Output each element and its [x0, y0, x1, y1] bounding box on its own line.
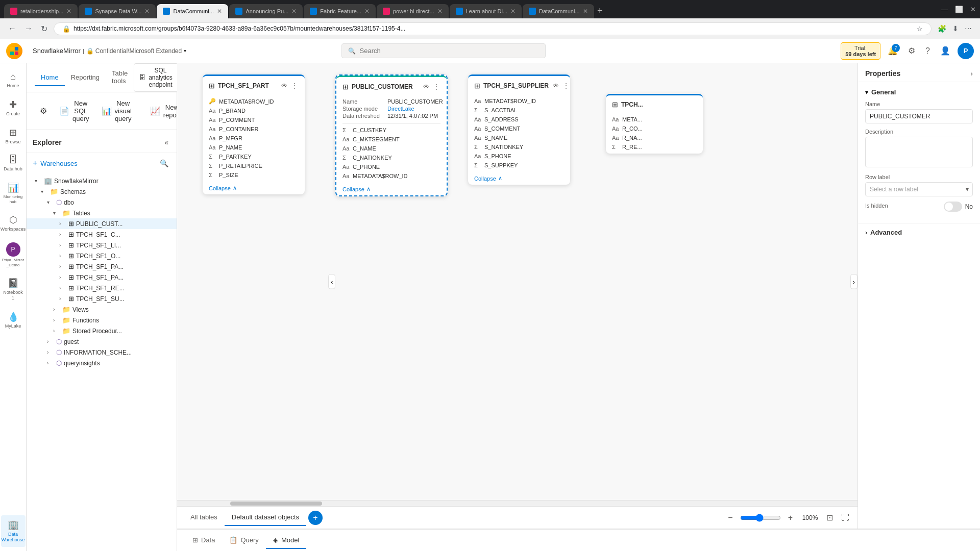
tree-item-guest[interactable]: › ⬡ guest — [27, 336, 177, 347]
user-avatar[interactable]: P — [958, 43, 974, 59]
tree-item-tables[interactable]: ▾ 📁 Tables — [27, 208, 177, 218]
tab-retailorders[interactable]: retailordersship... ✕ — [4, 4, 78, 18]
settings-button[interactable]: ⚙ — [905, 43, 918, 59]
sidebar-item-home[interactable]: ⌂ Home — [1, 67, 26, 93]
settings-button[interactable]: ⋯ — [963, 22, 974, 35]
explorer-collapse-button[interactable]: « — [162, 136, 170, 148]
tree-item-tpch-pa2[interactable]: › ⊞ TPCH_SF1_PA... — [27, 272, 177, 283]
zoom-slider[interactable] — [740, 514, 781, 522]
canvas-left-nav[interactable]: ‹ — [328, 274, 335, 289]
horizontal-scrollbar[interactable] — [177, 500, 857, 506]
ribbon-tab-reporting[interactable]: Reporting — [65, 69, 106, 86]
tree-item-tpch-li[interactable]: › ⊞ TPCH_SF1_LI... — [27, 240, 177, 251]
tab-powerbi[interactable]: power bi direct... ✕ — [377, 4, 449, 18]
sidebar-item-create[interactable]: ✚ Create — [1, 95, 26, 121]
sidebar-item-workspaces[interactable]: ⬡ Workspaces — [1, 210, 26, 236]
table-card-more-button[interactable]: ⋮ — [432, 82, 440, 91]
sidebar-item-data-hub[interactable]: 🗄 Data hub — [1, 151, 26, 176]
forward-button[interactable]: → — [22, 22, 35, 35]
table-card-preview-button[interactable]: 👁 — [422, 82, 430, 91]
app-workspace-selector[interactable]: SnowflakeMirror | 🔒 Confidential\Microso… — [29, 45, 190, 57]
sidebar-item-notebook[interactable]: 📓 Notebook 1 — [1, 273, 26, 305]
view-tab-model[interactable]: ◈ Model — [266, 532, 306, 549]
tab-close-icon[interactable]: ✕ — [217, 8, 222, 15]
properties-general-header[interactable]: ▾ General — [865, 88, 973, 96]
tab-close-icon[interactable]: ✕ — [437, 8, 443, 15]
close-button[interactable]: ✕ — [970, 6, 976, 13]
help-button[interactable]: ? — [922, 43, 933, 59]
search-input[interactable] — [360, 47, 539, 55]
tree-item-tpch-c[interactable]: › ⊞ TPCH_SF1_C... — [27, 229, 177, 240]
ribbon-tab-table-tools[interactable]: Table tools — [106, 65, 134, 90]
bottom-tab-all-tables[interactable]: All tables — [183, 509, 225, 526]
sidebar-item-data-warehouse[interactable]: 🏢 Data Warehouse — [1, 515, 26, 547]
back-button[interactable]: ← — [6, 22, 18, 35]
share-button[interactable]: 👤 — [937, 43, 953, 59]
maximize-button[interactable]: ⬜ — [955, 6, 963, 13]
canvas-right-nav[interactable]: › — [850, 274, 857, 289]
name-input[interactable] — [865, 109, 973, 123]
new-visual-query-button[interactable]: 📊 New visual query — [96, 96, 137, 126]
sidebar-item-mylake[interactable]: 💧 MyLake — [1, 307, 26, 333]
table-card-preview-button[interactable]: 👁 — [280, 81, 288, 90]
tree-item-tpch-su[interactable]: › ⊞ TPCH_SF1_SU... — [27, 293, 177, 304]
ribbon-tab-home[interactable]: Home — [35, 69, 65, 86]
tab-announcing[interactable]: Announcing Pu... ✕ — [229, 4, 303, 18]
sidebar-item-monitoring[interactable]: 📊 Monitoring hub — [1, 178, 26, 208]
table-collapse-tpch-part[interactable]: Collapse ∧ — [203, 182, 305, 194]
tab-synapse[interactable]: Synapse Data W... ✕ — [79, 4, 156, 18]
table-card-more-button[interactable]: ⋮ — [290, 81, 299, 90]
fullscreen-button[interactable]: ⛶ — [839, 511, 851, 524]
tab-close-icon[interactable]: ✕ — [364, 8, 370, 15]
tree-item-information-schema[interactable]: › ⬡ INFORMATION_SCHE... — [27, 347, 177, 358]
tab-close-icon[interactable]: ✕ — [144, 8, 150, 15]
sidebar-item-browse[interactable]: ⊞ Browse — [1, 123, 26, 149]
advanced-section-header[interactable]: › Advanced — [865, 229, 973, 236]
settings-ribbon-button[interactable]: ⚙ — [35, 103, 52, 119]
tree-item-tpch-o[interactable]: › ⊞ TPCH_SF1_O... — [27, 251, 177, 261]
tree-item-views[interactable]: › 📁 Views — [27, 304, 177, 315]
zoom-out-button[interactable]: − — [725, 512, 736, 523]
extensions-button[interactable]: 🧩 — [936, 22, 948, 35]
header-search[interactable]: 🔍 — [341, 43, 546, 58]
table-collapse-customer[interactable]: Collapse ∧ — [336, 183, 447, 195]
star-icon[interactable]: ☆ — [917, 25, 923, 33]
tab-close-icon[interactable]: ✕ — [66, 8, 71, 15]
minimize-button[interactable]: — — [941, 6, 948, 13]
tab-learn[interactable]: Learn about Di... ✕ — [450, 4, 522, 18]
fit-to-screen-button[interactable]: ⊡ — [824, 511, 835, 524]
model-canvas[interactable]: ‹ › ⊞ TPCH_SF1_PART 👁 ⋮ — [177, 63, 857, 500]
view-tab-query[interactable]: 📋 Query — [222, 532, 265, 549]
table-card-preview-button[interactable]: 👁 — [552, 81, 560, 90]
bottom-tab-default-dataset[interactable]: Default dataset objects — [225, 509, 306, 526]
tab-datacommunity-active[interactable]: DataCommuni... ✕ — [157, 4, 228, 18]
row-label-select[interactable]: Select a row label — [865, 182, 973, 196]
add-warehouse-button[interactable]: + Warehouses 🔍 — [27, 153, 177, 173]
notifications-button[interactable]: 🔔 7 — [885, 43, 901, 59]
tree-item-functions[interactable]: › 📁 Functions — [27, 315, 177, 325]
table-card-more-button[interactable]: ⋮ — [562, 81, 570, 90]
tree-item-public-customer[interactable]: › ⊞ PUBLIC_CUST... — [27, 218, 177, 229]
reload-button[interactable]: ↻ — [39, 22, 50, 36]
search-explorer-button[interactable]: 🔍 — [158, 157, 170, 169]
tab-datacommunity2[interactable]: DataCommuni... ✕ — [523, 4, 594, 18]
tree-item-tpch-pa[interactable]: › ⊞ TPCH_SF1_PA... — [27, 261, 177, 272]
tree-item-schemas[interactable]: ▾ 📁 Schemas — [27, 186, 177, 197]
tab-fabric[interactable]: Fabric Feature... ✕ — [304, 4, 376, 18]
sql-analytics-endpoint-button[interactable]: 🗄 SQL analytics endpoint — [134, 63, 178, 92]
tab-close-icon[interactable]: ✕ — [510, 8, 516, 15]
new-sql-query-button[interactable]: 📄 New SQL query — [54, 96, 94, 126]
download-button[interactable]: ⬇ — [950, 22, 961, 35]
is-hidden-toggle[interactable] — [944, 202, 962, 212]
zoom-in-button[interactable]: + — [785, 512, 796, 523]
search-box[interactable]: 🔍 — [341, 43, 546, 58]
view-tab-data[interactable]: ⊞ Data — [185, 532, 222, 549]
tree-item-snowflake-mirror[interactable]: ▾ 🏢 SnowflakeMirror — [27, 176, 177, 186]
tab-close-icon[interactable]: ✕ — [291, 8, 297, 15]
tree-item-stored-procedures[interactable]: › 📁 Stored Procedur... — [27, 325, 177, 336]
add-tab-button[interactable]: + — [308, 511, 323, 525]
address-bar[interactable]: 🔒 https://dxt.fabric.microsoft.com/group… — [54, 22, 932, 35]
sidebar-item-priya[interactable]: P Priya_Mirror _Demo — [1, 238, 26, 271]
tab-close-icon[interactable]: ✕ — [583, 8, 588, 15]
properties-expand-button[interactable]: › — [970, 69, 973, 78]
